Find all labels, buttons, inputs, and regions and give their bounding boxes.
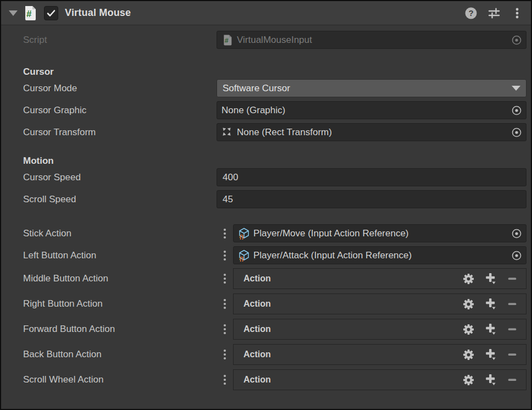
action-header-box[interactable]: Action [233,319,527,340]
rect-transform-icon [221,126,234,138]
csharp-script-icon: # [22,5,38,21]
back-button-action-row: Back Button Action Action [1,344,527,365]
action-settings-gear-icon[interactable] [461,322,475,336]
svg-text:?: ? [468,8,473,18]
cursor-graphic-value: None (Graphic) [221,105,507,116]
right-button-action-row: Right Button Action Action [1,293,527,314]
forward-button-action-row: Forward Button Action Action [1,319,527,340]
context-menu-icon[interactable] [510,6,524,20]
add-binding-plus-icon[interactable] [483,322,497,336]
back-button-action-label: Back Button Action [1,349,217,360]
svg-text:{}: {} [240,256,244,262]
cursor-mode-dropdown[interactable]: Software Cursor [217,79,527,97]
cursor-transform-value: None (Rect Transform) [237,127,507,138]
action-settings-gear-icon[interactable] [461,347,475,362]
cursor-section-title: Cursor [1,65,531,79]
enable-checkbox[interactable] [44,6,58,20]
action-header-box[interactable]: Action [233,344,527,365]
action-settings-gear-icon[interactable] [461,297,475,311]
cursor-speed-input[interactable] [217,168,527,186]
stick-action-object-field[interactable]: {} Player/Move (Input Action Reference) [233,224,527,242]
object-picker-icon[interactable] [511,104,523,117]
left-button-action-object-field[interactable]: {} Player/Attack (Input Action Reference… [233,246,527,264]
action-header-title: Action [243,299,453,309]
left-button-action-row: Left Button Action {} [1,246,527,264]
help-icon[interactable]: ? [464,6,478,20]
drag-handle-icon[interactable] [217,323,233,335]
remove-minus-icon[interactable] [505,347,519,362]
action-settings-gear-icon[interactable] [461,373,475,387]
scroll-speed-label: Scroll Speed [1,194,217,205]
remove-minus-icon[interactable] [505,272,519,286]
spacer [1,53,531,65]
component-title: Virtual Mouse [65,7,131,19]
spacer [1,145,531,154]
left-button-action-label: Left Button Action [1,250,217,261]
object-picker-icon[interactable] [511,126,523,138]
presets-icon[interactable] [487,6,501,20]
remove-minus-icon[interactable] [505,373,519,387]
cursor-mode-row: Cursor Mode Software Cursor [1,79,527,97]
motion-section-title: Motion [1,154,531,168]
right-button-action-label: Right Button Action [1,298,217,309]
forward-button-action-label: Forward Button Action [1,324,217,335]
cursor-graphic-object-field[interactable]: None (Graphic) [217,101,527,119]
foldout-arrow-icon[interactable] [9,10,18,16]
remove-minus-icon[interactable] [505,297,519,311]
scroll-wheel-action-label: Scroll Wheel Action [1,374,217,385]
object-picker-icon[interactable] [511,250,523,262]
left-button-action-value: Player/Attack (Input Action Reference) [253,250,507,261]
middle-button-action-row: Middle Button Action Action [1,268,527,289]
svg-text:#: # [225,37,229,45]
cursor-speed-label: Cursor Speed [1,172,217,183]
action-header-title: Action [243,375,453,385]
action-header-title: Action [243,350,453,359]
script-object-field: # VirtualMouseInput [217,31,527,49]
scroll-wheel-action-row: Scroll Wheel Action Action [1,369,527,390]
cursor-mode-value: Software Cursor [223,83,512,94]
drag-handle-icon[interactable] [217,348,233,361]
cursor-graphic-label: Cursor Graphic [1,105,217,116]
add-binding-plus-icon[interactable] [483,347,497,362]
csharp-script-mini-icon: # [221,34,234,46]
add-binding-plus-icon[interactable] [483,373,497,387]
svg-text:{}: {} [240,234,244,240]
cursor-graphic-row: Cursor Graphic None (Graphic) [1,101,527,119]
cursor-transform-label: Cursor Transform [1,127,217,138]
object-picker-icon [511,34,523,46]
input-action-reference-icon: {} [238,250,250,262]
drag-handle-icon[interactable] [217,250,233,262]
drag-handle-icon[interactable] [217,298,233,310]
action-header-title: Action [243,274,453,284]
svg-text:#: # [26,9,32,19]
cursor-speed-row: Cursor Speed [1,168,527,186]
object-picker-icon[interactable] [511,228,523,240]
action-header-box[interactable]: Action [233,369,527,390]
middle-button-action-label: Middle Button Action [1,273,217,284]
add-binding-plus-icon[interactable] [483,272,497,286]
input-action-reference-icon: {} [238,228,250,240]
action-header-title: Action [243,324,453,334]
stick-action-label: Stick Action [1,228,217,239]
script-object-value: VirtualMouseInput [237,35,507,46]
action-settings-gear-icon[interactable] [461,272,475,286]
component-body: Script # VirtualMouseInput [1,25,531,390]
component-header: # Virtual Mouse ? [1,1,531,25]
add-binding-plus-icon[interactable] [483,297,497,311]
action-header-box[interactable]: Action [233,268,527,289]
drag-handle-icon[interactable] [217,273,233,285]
script-row: Script # VirtualMouseInput [1,31,527,49]
cursor-mode-label: Cursor Mode [1,83,217,94]
stick-action-value: Player/Move (Input Action Reference) [253,228,507,239]
script-label: Script [1,35,217,46]
chevron-down-icon [512,86,520,91]
cursor-transform-object-field[interactable]: None (Rect Transform) [217,123,527,141]
action-header-box[interactable]: Action [233,293,527,314]
drag-handle-icon[interactable] [217,228,233,240]
drag-handle-icon[interactable] [217,374,233,386]
remove-minus-icon[interactable] [505,322,519,336]
inspector-component-virtual-mouse: # Virtual Mouse ? [0,0,532,410]
scroll-speed-input[interactable] [217,190,527,208]
scroll-speed-row: Scroll Speed [1,190,527,208]
spacer [1,212,531,224]
